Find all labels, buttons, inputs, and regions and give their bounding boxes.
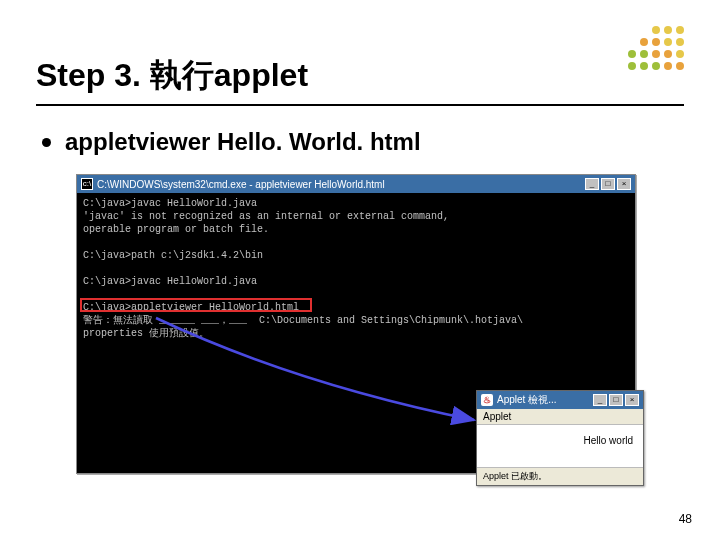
applet-title-text: Applet 檢視... [497,393,593,407]
applet-viewer-window: ♨ Applet 檢視... _ □ × Applet Hello world … [476,390,644,486]
title-rule [36,104,684,106]
applet-output-text: Hello world [584,435,633,446]
applet-titlebar: ♨ Applet 檢視... _ □ × [477,391,643,409]
cmd-titlebar: c:\ C:\WINDOWS\system32\cmd.exe - applet… [77,175,635,193]
bullet-text: appletviewer Hello. World. html [65,128,421,156]
maximize-button[interactable]: □ [601,178,615,190]
bullet-icon [42,138,51,147]
java-icon: ♨ [481,394,493,406]
cmd-icon: c:\ [81,178,93,190]
applet-menu-bar[interactable]: Applet [477,409,643,425]
terminal-output: C:\java>javac HelloWorld.java 'javac' is… [77,193,635,344]
bullet-item: appletviewer Hello. World. html [36,128,684,156]
cmd-title-text: C:\WINDOWS\system32\cmd.exe - appletview… [97,179,585,190]
page-number: 48 [679,512,692,526]
applet-minimize-button[interactable]: _ [593,394,607,406]
minimize-button[interactable]: _ [585,178,599,190]
applet-close-button[interactable]: × [625,394,639,406]
applet-canvas: Hello world [477,425,643,467]
slide: Step 3. 執行applet appletviewer Hello. Wor… [0,0,720,540]
screenshot-container: c:\ C:\WINDOWS\system32\cmd.exe - applet… [76,174,636,484]
applet-maximize-button[interactable]: □ [609,394,623,406]
corner-decoration [628,26,684,70]
highlight-box [80,298,312,312]
applet-status-bar: Applet 已啟動。 [477,467,643,485]
slide-title: Step 3. 執行applet [36,54,684,98]
close-button[interactable]: × [617,178,631,190]
